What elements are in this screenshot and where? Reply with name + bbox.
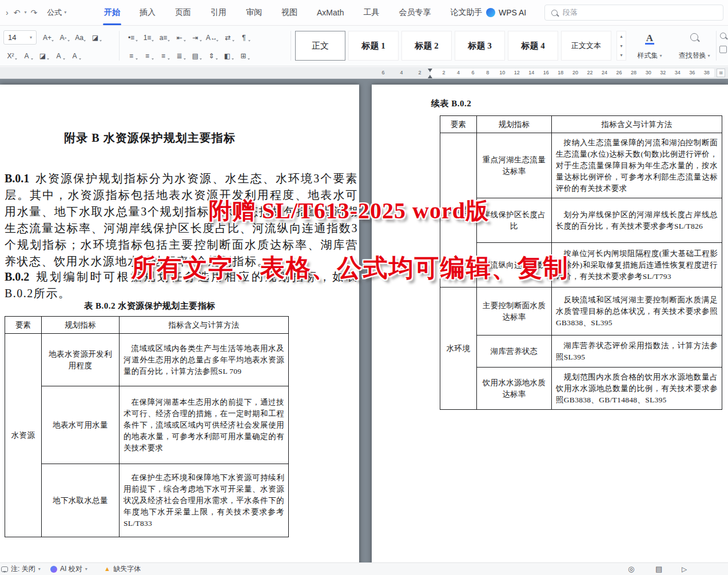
collapse-ribbon-icon[interactable]: › <box>5 8 10 17</box>
column-header: 要素 <box>440 116 477 133</box>
ai-proofread-toggle[interactable]: AI 校对 ▾ <box>50 563 87 575</box>
find-replace-label: 查找替换 <box>678 51 706 61</box>
style-set-icon: A <box>645 33 654 45</box>
find-replace-button[interactable]: 查找替换 ▾ <box>674 30 715 62</box>
element-cell: 水环境 <box>440 288 477 410</box>
formula-label: 公式 <box>47 7 62 18</box>
paragraph-tool-icon[interactable]: ⇕ <box>204 49 218 63</box>
font-tool-icon[interactable]: A <box>67 49 82 63</box>
paragraph-tool-icon[interactable]: ⊞ <box>236 49 250 63</box>
font-tool-icon[interactable]: A- <box>56 30 70 45</box>
redo-icon[interactable]: ↷ <box>29 8 38 17</box>
tab-stop-selector[interactable]: ⊞ <box>717 69 725 77</box>
play-icon: ▷ <box>682 565 687 573</box>
ruler-number: 2 <box>440 70 447 75</box>
ruler-number: 36 <box>689 70 695 75</box>
ribbon-tab[interactable]: 页面 <box>175 0 191 25</box>
style-gallery-item[interactable]: 正文文本 <box>561 31 611 61</box>
font-tool-icon[interactable]: ◪ <box>35 49 50 63</box>
table-caption: 表 B.0.2 水资源保护规划主要指标 <box>0 301 300 312</box>
font-tool-icon[interactable]: ◪ <box>88 30 102 45</box>
ribbon-tab[interactable]: 工具 <box>363 0 379 25</box>
font-tool-icon[interactable]: A+ <box>40 30 54 45</box>
left-indent-marker[interactable] <box>428 73 432 78</box>
ribbon-tab[interactable]: 引用 <box>210 0 226 25</box>
indicator-cell: 地表水资源开发利用程度 <box>42 334 120 386</box>
ruler-numbers: 2468101214161820222426283032343638 <box>440 70 710 75</box>
page-view-button[interactable]: ▤ <box>655 563 662 575</box>
font-tool-icon[interactable]: A <box>19 49 34 63</box>
page-right[interactable]: 续表 B.0.2 要素 规划指标 指标含义与计算方法 水生态 重点河湖生态流量达… <box>372 85 728 562</box>
style-gallery: 正文标题 1标题 2标题 3标题 4正文文本 <box>295 31 611 61</box>
ribbon-tab[interactable]: 论文助手 <box>450 0 482 25</box>
paragraph-tool-icon[interactable]: ¶ <box>237 30 251 45</box>
indicator-cell: 主要控制断面水质达标率 <box>477 288 552 336</box>
ruler-number: 12 <box>514 70 520 75</box>
style-gallery-item[interactable]: 标题 2 <box>401 31 452 61</box>
ribbon-tab[interactable]: 视图 <box>281 0 297 25</box>
find-replace-caret-icon: ▾ <box>707 54 710 58</box>
font-size-select[interactable]: 14 ▾ <box>3 30 37 45</box>
ribbon-tab[interactable]: 开始 <box>104 0 120 25</box>
ruler-number: 32 <box>659 70 666 75</box>
ruler-number: 22 <box>586 70 593 75</box>
quick-access-toolbar: › ↶ ▾ ↷ 公式 ▾ <box>5 0 66 25</box>
comments-toggle[interactable]: 注: 关闭 ▾ <box>1 563 41 575</box>
paragraph-tool-icon[interactable]: A↔ <box>204 30 219 45</box>
style-gallery-item[interactable]: 标题 4 <box>508 31 558 61</box>
reading-view-button[interactable]: ◎ <box>628 563 634 575</box>
paragraph-tool-icon[interactable]: ≣ <box>172 49 186 63</box>
fullscreen-play-button[interactable]: ▷ <box>682 563 687 575</box>
paragraph-tool-icon[interactable]: ◧ <box>220 49 234 63</box>
ribbon-tabs: 开始插入页面引用审阅视图AxMath工具会员专享论文助手 <box>104 0 502 25</box>
description-cell: 划分为岸线保护区的河湖岸线长度占岸线总长度的百分比，有关技术要求参考SL/T82… <box>552 198 722 243</box>
ribbon-tab[interactable]: 会员专享 <box>399 0 431 25</box>
tab-wps-ai[interactable]: WPS AI <box>486 0 526 25</box>
paragraph-tool-icon[interactable]: a≡ <box>156 30 170 45</box>
ribbon-tab[interactable]: 插入 <box>140 0 156 25</box>
description-cell: 按单位河长内闸坝阻隔程度(重大基础工程影响除外)和采取修复措施后连通性恢复程度进… <box>552 243 722 288</box>
font-tool-icon[interactable]: X² <box>3 49 18 63</box>
description-cell: 在保护生态环境和保障地下水资源可持续利用前提下，综合考虑地下水可开采量、水资源状… <box>120 464 289 537</box>
paragraph-b01-label: B.0.1 <box>5 172 29 185</box>
ribbon-tab[interactable]: AxMath <box>317 0 344 25</box>
font-tools-row1: A+A-Aa◪ <box>40 30 102 45</box>
ruler-number: 2 <box>416 70 423 75</box>
overflow-tool-icon[interactable] <box>719 46 727 53</box>
font-tool-icon[interactable]: Aa <box>72 30 86 45</box>
paragraph-tool-icon[interactable]: ≡ <box>140 49 154 63</box>
search-box[interactable]: 段落 <box>544 5 723 21</box>
table-b02: 要素 规划指标 指标含义与计算方法 水资源 地表水资源开发利用程度 流域或区域内… <box>5 316 289 537</box>
style-gallery-item[interactable]: 标题 3 <box>455 31 505 61</box>
paragraph-tool-icon[interactable]: ⇤ <box>172 30 186 45</box>
font-tool-icon[interactable]: A <box>51 49 66 63</box>
font-size-value: 14 <box>8 33 16 42</box>
search-icon <box>551 10 558 16</box>
undo-caret-icon[interactable]: ▾ <box>24 10 26 15</box>
undo-icon[interactable]: ↶ <box>13 8 22 17</box>
gallery-scroll-down-icon[interactable]: ▾ <box>617 41 626 51</box>
style-set-button[interactable]: A 样式集 ▾ <box>629 30 670 62</box>
page-left[interactable]: 附录 B 水资源保护规划主要指标 B.0.1水资源保护规划指标分为水资源、水生态… <box>0 85 359 562</box>
paragraph-tool-icon[interactable]: •≡ <box>124 30 138 45</box>
missing-font-warning[interactable]: ▲ 缺失字体 <box>104 563 141 575</box>
paragraph-tool-icon[interactable]: 1≡ <box>140 30 154 45</box>
style-gallery-item[interactable]: 正文 <box>295 31 345 61</box>
ribbon-tab[interactable]: 审阅 <box>246 0 262 25</box>
select-tool-icon[interactable] <box>720 33 726 39</box>
paragraph-tool-icon[interactable]: ▤ <box>188 49 202 63</box>
gallery-more-icon[interactable]: ▾ <box>617 50 626 60</box>
gallery-scroll-up-icon[interactable]: ▴ <box>617 31 626 41</box>
ribbon-divider <box>119 31 120 61</box>
paragraph-tool-icon[interactable]: ≡ <box>156 49 170 63</box>
ruler-number: 6 <box>470 70 476 75</box>
paragraph-tool-icon[interactable]: ⇥ <box>188 30 202 45</box>
element-cell: 水资源 <box>5 334 42 537</box>
missing-font-label: 缺失字体 <box>113 564 141 574</box>
comment-icon <box>1 566 8 572</box>
description-cell: 按纳入生态流量保障的河流和湖泊控制断面生态流量(水位)达标天数(旬数)比例进行评… <box>552 133 722 198</box>
paragraph-tool-icon[interactable]: ⇄ <box>221 30 235 45</box>
style-gallery-item[interactable]: 标题 1 <box>348 31 399 61</box>
paragraph-tool-icon[interactable]: ≡ <box>124 49 138 63</box>
formula-button[interactable]: 公式 ▾ <box>47 7 66 18</box>
